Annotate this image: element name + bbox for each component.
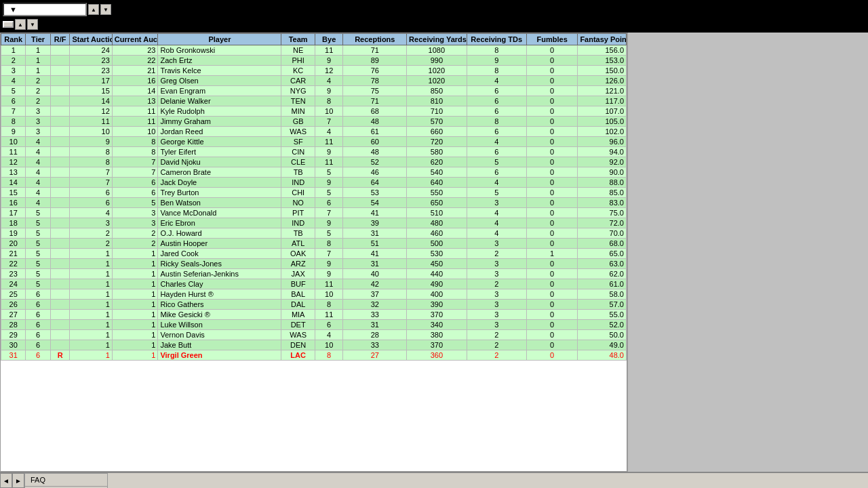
table-cell: 62.0 [578,269,627,279]
table-row[interactable]: 15466Trey BurtonCHI5535505085.0 [1,188,627,198]
table-row[interactable]: 11488Tyler EifertCIN9485806094.0 [1,147,627,157]
col-header-rank: Rank [1,34,26,45]
table-cell: 460 [407,228,467,239]
recalculate-button[interactable] [3,21,14,28]
table-cell: 8 [1,117,26,127]
tabs-nav-right[interactable]: ► [12,473,24,488]
table-row[interactable]: 316R11Virgil GreenLAC8273602048.0 [1,350,627,361]
table-cell: 10 [315,289,343,300]
table-cell: 5 [467,188,526,198]
table-row[interactable]: 17543Vance McDonaldPIT7415104075.0 [1,208,627,218]
table-cell: 380 [407,330,467,340]
table-cell: 710 [407,106,467,117]
table-cell: 8 [112,147,158,157]
tab-faq[interactable]: FAQ [24,473,108,486]
table-cell: 3 [467,320,526,330]
table-cell: 8 [315,239,343,249]
table-cell: 4 [1,76,26,86]
table-cell: 63.0 [578,259,627,269]
table-cell: O.J. Howard [158,228,281,239]
table-row[interactable]: 30611Jake ButtDEN10333702049.0 [1,340,627,350]
table-cell: 7 [315,117,343,127]
table-cell: 6 [26,300,50,310]
table-cell [50,340,70,350]
table-cell: 1 [112,279,158,289]
table-cell: 75.0 [578,208,627,218]
dropdown-scroll-down[interactable]: ▼ [100,4,111,15]
table-row[interactable]: 521514Evan EngramNYG97585060121.0 [1,86,627,96]
table-cell: 1 [112,350,158,361]
table-cell: Charles Clay [158,279,281,289]
table-cell: 8 [315,350,343,361]
table-row[interactable]: 19522O.J. HowardTB5314604070.0 [1,228,627,239]
table-cell: 102.0 [578,127,627,137]
table-row[interactable]: 112423Rob GronkowskiNE1171108080156.0 [1,45,627,56]
table-row[interactable]: 20522Austin HooperATL8515003068.0 [1,239,627,249]
table-cell: MIA [281,310,315,320]
table-cell: 850 [407,86,467,96]
table-cell: Jack Doyle [158,178,281,188]
table-row[interactable]: 22511Ricky Seals-JonesARZ9314503063.0 [1,259,627,269]
table-cell: 4 [467,178,526,188]
table-cell: ARZ [281,259,315,269]
table-row[interactable]: 18533Eric EbronIND9394804072.0 [1,218,627,228]
table-cell: 19 [1,228,26,239]
table-cell: 7 [70,178,112,188]
table-cell: 55.0 [578,310,627,320]
table-cell: 2 [26,76,50,86]
table-cell: 3 [26,127,50,137]
table-row[interactable]: 27611Mike Gesicki ®MIA11333703055.0 [1,310,627,320]
table-row[interactable]: 621413Delanie WalkerTEN87181060117.0 [1,96,627,106]
table-row[interactable]: 24511Charles ClayBUF11424902061.0 [1,279,627,289]
recalc-scroll-up[interactable]: ▲ [15,19,26,30]
recalc-scroll-down[interactable]: ▼ [27,19,38,30]
table-row[interactable]: 14476Jack DoyleIND9646404088.0 [1,178,627,188]
table-row[interactable]: 21511Jared CookOAK7415302165.0 [1,249,627,259]
table-cell: 153.0 [578,56,627,66]
table-cell: 17 [1,208,26,218]
table-cell: 20 [1,239,26,249]
table-cell: R [50,350,70,361]
table-row[interactable]: 10498George KittleSF11607204096.0 [1,137,627,147]
table-cell: 15 [1,188,26,198]
table-area[interactable]: Rank Tier R/F Start Auction Current Auct… [0,33,627,472]
table-cell: 2 [467,279,526,289]
table-row[interactable]: 25611Hayden Hurst ®BAL10374003058.0 [1,289,627,300]
table-row[interactable]: 731211Kyle RudolphMIN106871060107.0 [1,106,627,117]
table-cell: 3 [1,66,26,76]
table-cell: 3 [467,269,526,279]
table-row[interactable]: 931010Jordan ReedWAS46166060102.0 [1,127,627,137]
table-row[interactable]: 29611Vernon DavisWAS4283802050.0 [1,330,627,340]
table-cell: 7 [112,167,158,178]
table-row[interactable]: 312321Travis KelceKC1276102080150.0 [1,66,627,76]
app-container: ▼ ▲ ▼ ▲ ▼ Rank Tier R/F [0,0,868,488]
table-cell [50,239,70,249]
col-header-fumbles: Fumbles [526,34,577,45]
table-cell: 0 [526,259,577,269]
dropdown-scroll-up[interactable]: ▲ [88,4,99,15]
table-row[interactable]: 421716Greg OlsenCAR478102040126.0 [1,76,627,86]
table-cell: 9 [315,218,343,228]
table-row[interactable]: 26611Rico GathersDAL8323903057.0 [1,300,627,310]
table-cell: 96.0 [578,137,627,147]
table-row[interactable]: 212322Zach ErtzPHI98999090153.0 [1,56,627,66]
table-cell [50,157,70,167]
table-cell: 1 [526,249,577,259]
table-row[interactable]: 13477Cameron BrateTB5465406090.0 [1,167,627,178]
col-header-bye: Bye [315,34,343,45]
tabs-nav-left[interactable]: ◄ [0,473,12,488]
table-row[interactable]: 16465Ben WatsonNO6546503083.0 [1,198,627,208]
table-cell: NO [281,198,315,208]
table-row[interactable]: 831111Jimmy GrahamGB74857080105.0 [1,117,627,127]
table-cell: 71 [343,45,407,56]
fantasy-points-dropdown[interactable]: ▼ [3,3,87,16]
table-cell: 6 [315,198,343,208]
table-cell [50,330,70,340]
table-row[interactable]: 12487David NjokuCLE11526205092.0 [1,157,627,167]
table-row[interactable]: 23511Austin Seferian-JenkinsJAX940440306… [1,269,627,279]
table-row[interactable]: 28611Luke WillsonDET6313403052.0 [1,320,627,330]
table-cell: 94.0 [578,147,627,157]
table-cell: Austin Hooper [158,239,281,249]
table-cell: 24 [1,279,26,289]
table-cell: 370 [407,310,467,320]
